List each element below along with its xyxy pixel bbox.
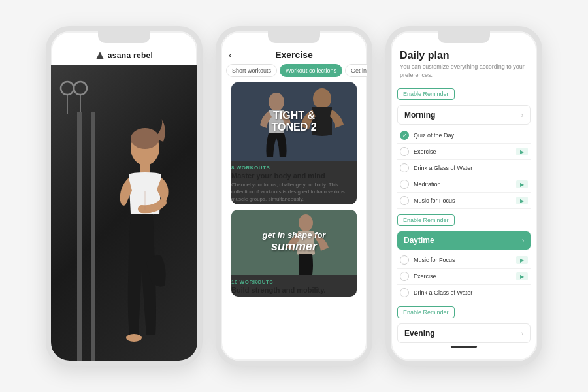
check-daytime-exercise[interactable] (400, 272, 409, 281)
check-label-music-focus: Music for Focus (414, 197, 512, 204)
daytime-music-badge: ▶ (516, 256, 528, 264)
check-label-meditation: Meditation (414, 181, 512, 188)
phone3-body: Enable Reminder Morning › Quiz of the Da… (391, 87, 537, 361)
check-label-quiz-day: Quiz of the Day (414, 132, 528, 139)
tab-get-in-shape[interactable]: Get in shape (345, 64, 367, 77)
asana-logo-icon (95, 51, 105, 60)
evening-section: Evening › (397, 323, 531, 348)
phone1-header: asana rebel (51, 43, 197, 65)
phone2-content: ‹ Exercise Short workouts Workout collec… (221, 43, 367, 361)
daytime-label: Daytime (404, 236, 434, 245)
workout-tag-1: 8 WORKOUTS (231, 165, 357, 171)
phone3-header: Daily plan You can customize everything … (391, 43, 537, 87)
badge-icon-meditation: ▶ (520, 182, 524, 188)
workout-card-2[interactable]: get in shape forsummer 10 WORKOUTS Build… (231, 210, 357, 297)
phone1-content: asana rebel (51, 43, 197, 361)
workout-card-image-2: get in shape forsummer (231, 210, 357, 275)
morning-item-0[interactable]: Quiz of the Day (397, 127, 531, 144)
check-label-daytime-water: Drink a Glass of Water (414, 289, 528, 296)
evening-label: Evening (404, 329, 435, 338)
workout-card-title-overlay-1: TIGHT &TONED 2 (271, 110, 316, 133)
workout-tag-2: 10 WORKOUTS (231, 279, 357, 285)
evening-chevron: › (521, 330, 523, 337)
asana-logo: asana rebel (95, 51, 153, 60)
morning-header[interactable]: Morning › (397, 105, 531, 125)
check-quiz-day[interactable] (400, 131, 409, 140)
svg-marker-0 (96, 52, 104, 59)
workout-info-2: 10 WORKOUTS Build strength and mobility. (231, 275, 357, 297)
evening-header[interactable]: Evening › (397, 323, 531, 343)
workout-card-title-overlay-2: get in shape forsummer (263, 230, 326, 254)
check-daytime-music[interactable] (400, 255, 409, 265)
workout-info-1: 8 WORKOUTS Master your body and mind Cha… (231, 161, 357, 204)
music-focus-badge: ▶ (516, 197, 528, 204)
phone-notch-2 (268, 31, 320, 43)
workout-card-1[interactable]: TIGHT &TONED 2 8 WORKOUTS Master your bo… (231, 82, 357, 204)
phone-1: asana rebel (46, 26, 203, 366)
badge-icon-daytime-music: ▶ (520, 257, 524, 263)
svg-point-1 (61, 82, 74, 95)
filter-tabs: Short workouts Workout collections Get i… (221, 64, 367, 82)
meditation-badge: ▶ (516, 180, 528, 188)
badge-icon-exercise: ▶ (520, 149, 524, 155)
morning-item-3[interactable]: Meditation ▶ (397, 176, 531, 193)
morning-chevron: › (521, 112, 523, 119)
reminder-btn-daytime[interactable]: Enable Reminder (397, 214, 455, 226)
check-label-water: Drink a Glass of Water (414, 165, 528, 171)
workout-name-2: Build strength and mobility. (231, 286, 357, 294)
check-water[interactable] (400, 163, 409, 172)
reminder-btn-morning[interactable]: Enable Reminder (397, 88, 455, 100)
check-daytime-water[interactable] (400, 288, 409, 297)
badge-icon-music-focus: ▶ (520, 198, 524, 204)
badge-icon-daytime-exercise: ▶ (520, 274, 524, 280)
phone-2: ‹ Exercise Short workouts Workout collec… (216, 26, 372, 366)
svg-point-2 (74, 82, 87, 95)
check-meditation[interactable] (400, 180, 409, 189)
phone1-athlete-image (51, 65, 197, 361)
daytime-header[interactable]: Daytime › (397, 231, 531, 250)
tab-workout-collections[interactable]: Workout collections (280, 64, 342, 77)
tab-short-workouts[interactable]: Short workouts (226, 64, 277, 77)
reminder-btn-evening[interactable]: Enable Reminder (397, 306, 455, 318)
morning-section: Morning › Quiz of the Day Exercise ▶ Dri… (397, 105, 531, 209)
check-music-focus[interactable] (400, 196, 409, 205)
back-button[interactable]: ‹ (229, 50, 232, 60)
phone-3: Daily plan You can customize everything … (385, 26, 542, 366)
check-label-exercise: Exercise (414, 148, 512, 155)
phone3-content: Daily plan You can customize everything … (391, 43, 537, 361)
daytime-exercise-badge: ▶ (516, 272, 528, 280)
daily-plan-title: Daily plan (400, 50, 528, 61)
phone-notch-3 (438, 31, 490, 43)
morning-label: Morning (404, 110, 435, 120)
workout-desc-1: Channel your focus, challenge your body.… (231, 181, 357, 203)
asana-logo-text: asana rebel (108, 51, 153, 60)
daytime-chevron: › (522, 237, 524, 244)
check-exercise[interactable] (400, 147, 409, 156)
phone2-header: ‹ Exercise (221, 43, 367, 64)
morning-item-2[interactable]: Drink a Glass of Water (397, 160, 531, 176)
check-label-daytime-exercise: Exercise (414, 273, 512, 280)
morning-item-4[interactable]: Music for Focus ▶ (397, 193, 531, 209)
daytime-item-2[interactable]: Drink a Glass of Water (397, 285, 531, 301)
athlete-figure (73, 112, 191, 361)
workout-card-image-1: TIGHT &TONED 2 (231, 82, 357, 161)
daytime-section: Daytime › Music for Focus ▶ Exercise ▶ D… (397, 231, 531, 301)
phone2-title: Exercise (275, 50, 313, 60)
workout-name-1: Master your body and mind (231, 172, 357, 180)
check-label-daytime-music: Music for Focus (414, 257, 512, 263)
daytime-item-1[interactable]: Exercise ▶ (397, 269, 531, 285)
daily-plan-subtitle: You can customize everything according t… (400, 63, 528, 79)
svg-point-10 (126, 334, 142, 342)
daytime-item-0[interactable]: Music for Focus ▶ (397, 252, 531, 269)
morning-item-1[interactable]: Exercise ▶ (397, 144, 531, 160)
phone-notch-1 (98, 31, 150, 43)
exercise-badge: ▶ (516, 148, 528, 155)
